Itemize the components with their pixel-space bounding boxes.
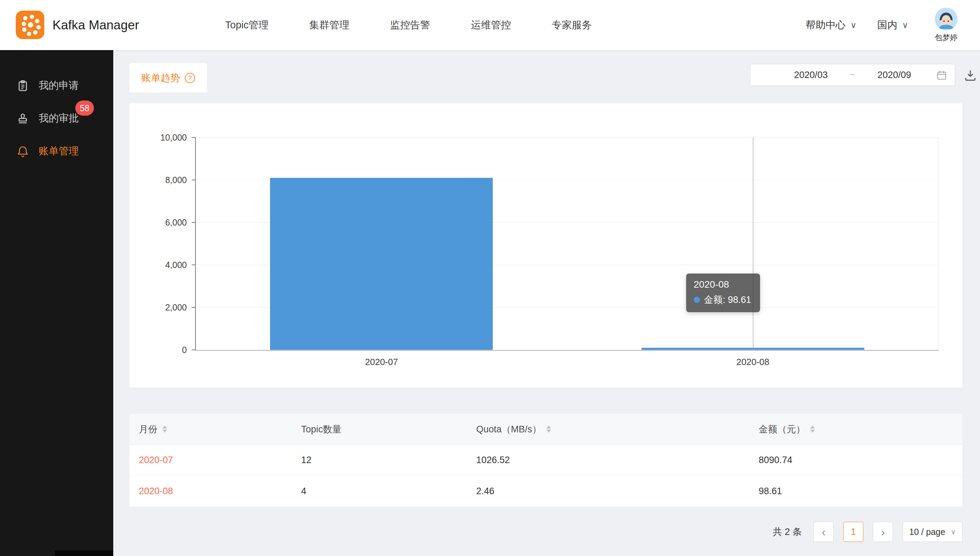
- page: Kafka Manager Topic管理 集群管理 监控告警 运维管控 专家服…: [0, 0, 980, 556]
- y-axis-tick: [192, 349, 196, 350]
- gridline: [196, 137, 938, 138]
- table-row: 2020-07121026.528090.74: [129, 445, 962, 476]
- prev-page-button[interactable]: ‹: [814, 522, 833, 542]
- chevron-left-icon: ‹: [822, 525, 825, 539]
- column-header-quota: Quota（MB/s）: [476, 423, 759, 435]
- series-dot-icon: [694, 297, 700, 303]
- date-range-picker[interactable]: 2020/03 ~ 2020/09: [750, 64, 955, 86]
- column-header-amount: 金额（元）: [759, 423, 962, 435]
- table-cell: 8090.74: [759, 455, 962, 465]
- column-label: Topic数量: [301, 423, 342, 435]
- chevron-right-icon: ›: [881, 525, 885, 539]
- bell-icon: [16, 145, 29, 157]
- sidebar-item-billing[interactable]: 账单管理: [0, 135, 113, 168]
- region-label: 国内: [877, 18, 897, 32]
- gridline: [196, 350, 938, 350]
- nav-monitor[interactable]: 监控告警: [390, 18, 430, 32]
- sidebar-item-my-approvals[interactable]: 我的审批 58: [0, 102, 113, 135]
- y-axis-tick: [192, 307, 196, 308]
- avatar[interactable]: [935, 8, 957, 31]
- header-right: 帮助中心 ∨ 国内 ∨ 包梦婷: [806, 0, 964, 50]
- y-axis-tick: [192, 222, 196, 223]
- table-cell: 2.46: [476, 486, 759, 496]
- table-header-row: 月份 Topic数量 Quota（MB/s） 金额（元）: [129, 414, 962, 445]
- nav-cluster[interactable]: 集群管理: [309, 18, 349, 32]
- y-axis-label: 2,000: [165, 302, 187, 312]
- approval-count-badge: 58: [75, 100, 94, 116]
- sort-button[interactable]: [810, 425, 815, 433]
- y-axis-label: 8,000: [165, 175, 187, 185]
- app-header: Kafka Manager Topic管理 集群管理 监控告警 运维管控 专家服…: [0, 0, 980, 50]
- table-cell: 98.61: [759, 486, 962, 496]
- chart-tooltip: 2020-08 金额: 98.61: [686, 273, 760, 312]
- user-menu[interactable]: 包梦婷: [929, 8, 964, 43]
- app-logo-icon: [15, 10, 45, 40]
- tooltip-value: 金额: 98.61: [704, 294, 751, 306]
- month-link[interactable]: 2020-07: [139, 455, 301, 465]
- column-label: Quota（MB/s）: [476, 423, 541, 435]
- bar-chart-plot: 2020-08 金额: 98.61 02,0004,0006,0008,0001…: [195, 137, 939, 351]
- current-page-button[interactable]: 1: [843, 522, 863, 542]
- tooltip-title: 2020-08: [694, 279, 751, 290]
- y-axis-label: 6,000: [165, 218, 187, 228]
- app-title: Kafka Manager: [52, 0, 139, 50]
- download-icon[interactable]: [964, 68, 977, 82]
- x-axis-label: 2020-07: [365, 357, 398, 367]
- pagination: 共 2 条 ‹ 1 › 10 / page ∨: [129, 516, 962, 548]
- sidebar: 我的申请 我的审批 58 账单管理: [0, 50, 113, 556]
- sidebar-item-label: 账单管理: [39, 144, 79, 158]
- table-cell: 12: [301, 455, 476, 465]
- question-circle-icon[interactable]: ?: [185, 73, 195, 83]
- sidebar-item-label: 我的审批: [39, 112, 79, 125]
- chevron-down-icon: ∨: [902, 20, 908, 30]
- chevron-down-icon: ∨: [951, 528, 956, 536]
- pagination-total: 共 2 条: [773, 525, 802, 538]
- column-label: 月份: [139, 423, 157, 435]
- table-cell: 4: [301, 486, 476, 496]
- billing-table-card: 月份 Topic数量 Quota（MB/s） 金额（元） 2020-071210…: [129, 414, 962, 507]
- username: 包梦婷: [935, 32, 957, 43]
- region-select[interactable]: 国内 ∨: [877, 18, 908, 32]
- column-header-topics: Topic数量: [301, 423, 476, 435]
- sidebar-item-my-applications[interactable]: 我的申请: [0, 69, 113, 102]
- nav-topic[interactable]: Topic管理: [225, 18, 269, 32]
- column-header-month: 月份: [139, 423, 301, 435]
- month-link[interactable]: 2020-08: [139, 486, 301, 496]
- stamp-icon: [16, 112, 29, 124]
- bottom-dark-strip: [55, 551, 113, 556]
- bar-2020-07[interactable]: [270, 178, 493, 350]
- y-axis-tick: [192, 137, 196, 138]
- calendar-icon: [936, 70, 947, 83]
- date-range-end[interactable]: 2020/09: [877, 70, 911, 81]
- clipboard-icon: [16, 79, 29, 92]
- sort-button[interactable]: [546, 425, 551, 433]
- nav-expert[interactable]: 专家服务: [552, 18, 592, 32]
- next-page-button[interactable]: ›: [873, 522, 893, 542]
- table-body: 2020-07121026.528090.742020-0842.4698.61: [129, 445, 962, 507]
- bar-2020-08[interactable]: [642, 348, 864, 350]
- y-axis-label: 0: [182, 345, 187, 355]
- sidebar-item-label: 我的申请: [39, 79, 79, 92]
- tab-billing-trend[interactable]: 账单趋势 ?: [129, 63, 207, 92]
- chevron-down-icon: ∨: [851, 20, 857, 30]
- tab-label: 账单趋势: [141, 71, 180, 85]
- sort-button[interactable]: [162, 425, 167, 433]
- nav-ops[interactable]: 运维管控: [471, 18, 511, 32]
- y-axis-tick: [192, 179, 196, 180]
- date-range-separator: ~: [850, 70, 855, 81]
- x-axis-label: 2020-08: [736, 357, 769, 367]
- axis-pointer-line: [753, 137, 754, 350]
- y-axis-label: 4,000: [165, 260, 187, 270]
- page-size-label: 10 / page: [909, 527, 945, 537]
- page-size-select[interactable]: 10 / page ∨: [903, 522, 962, 542]
- help-center-link[interactable]: 帮助中心 ∨: [806, 18, 857, 32]
- table-cell: 1026.52: [476, 455, 759, 465]
- y-axis-label: 10,000: [161, 133, 187, 142]
- y-axis-tick: [192, 265, 196, 265]
- column-label: 金额（元）: [759, 423, 805, 435]
- table-row: 2020-0842.4698.61: [129, 476, 962, 507]
- date-range-start[interactable]: 2020/03: [794, 70, 828, 81]
- billing-trend-chart-card: 2020-08 金额: 98.61 02,0004,0006,0008,0001…: [129, 103, 962, 388]
- help-center-label: 帮助中心: [806, 18, 846, 32]
- main-nav: Topic管理 集群管理 监控告警 运维管控 专家服务: [225, 0, 592, 50]
